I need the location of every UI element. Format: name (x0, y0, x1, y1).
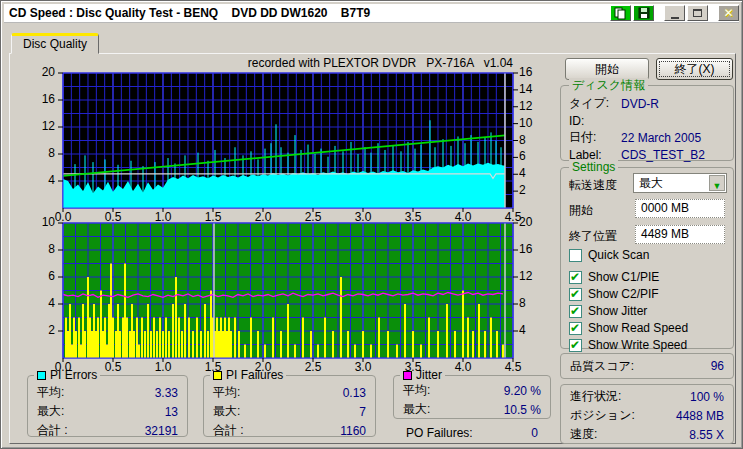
end-position-field[interactable]: 4489 MB (635, 225, 725, 244)
checkbox-label: Show Jitter (588, 304, 647, 318)
chevron-down-icon: ▼ (713, 181, 722, 191)
stat-label: 最大: (213, 403, 240, 420)
axis-tick-label: 3.5 (398, 211, 428, 224)
maximize-button[interactable] (687, 5, 708, 21)
checkbox-unchecked-icon[interactable] (569, 249, 582, 262)
stat-row: 平均:9.20 % (394, 381, 550, 400)
axis-tick-label: 2.0 (248, 361, 278, 374)
disc-info-value: DVD-R (621, 97, 659, 111)
disc-info-value: 22 March 2005 (621, 131, 701, 145)
close-button[interactable]: ✕ (718, 5, 739, 21)
axis-tick-label: 8 (31, 147, 55, 160)
pi-failures-chart (57, 217, 519, 364)
axis-tick-label: 20 (31, 66, 55, 79)
disc-info-row: タイプ:DVD-R (561, 95, 733, 112)
stat-row: 合計 :32191 (28, 421, 187, 440)
jitter-stats-box: Jitter 平均:9.20 %最大:10.5 % (393, 375, 551, 419)
start-button[interactable]: 開始 (565, 58, 649, 80)
copy-icon (614, 7, 627, 20)
checkbox-row-show-read-speed[interactable]: Show Read Speed (569, 321, 688, 335)
stat-value: 3.33 (155, 386, 178, 400)
axis-tick-label: 1.0 (148, 211, 178, 224)
axis-tick-label: 20 (519, 216, 543, 229)
disc-info-row: ID: (561, 112, 733, 129)
axis-tick-label: 4 (519, 167, 543, 180)
checkbox-checked-icon[interactable] (569, 339, 582, 352)
close-icon: ✕ (723, 6, 733, 20)
checkbox-checked-icon[interactable] (569, 271, 582, 284)
stat-label: ポジション: (570, 407, 635, 424)
stat-value: 0.13 (343, 386, 366, 400)
stat-row: 速度:8.55 X (561, 425, 733, 444)
transfer-speed-select[interactable]: 最大 ▼ (633, 173, 727, 193)
disc-info-label: ID: (569, 114, 621, 128)
end-position-label: 終了位置 (569, 228, 617, 245)
progress-group: 進行状況:100 %ポジション:4488 MB速度:8.55 X (560, 384, 734, 444)
app-window: CD Speed : Disc Quality Test - BENQ DVD … (0, 0, 743, 449)
axis-tick-label: 1.5 (198, 361, 228, 374)
stat-value: 8.55 X (689, 428, 724, 442)
checkbox-row-show-c1-pie[interactable]: Show C1/PIE (569, 270, 659, 284)
titlebar: CD Speed : Disc Quality Test - BENQ DVD … (4, 4, 739, 23)
axis-tick-label: 8 (519, 134, 543, 147)
transfer-speed-value: 最大 (639, 176, 663, 190)
po-failures-row: PO Failures: 0 (397, 423, 547, 442)
start-position-field[interactable]: 0000 MB (635, 199, 725, 218)
stat-label: 合計 : (213, 422, 244, 439)
stat-row: 最大:13 (28, 402, 187, 421)
tab-disc-quality[interactable]: Disc Quality (11, 33, 99, 54)
quality-score-value: 96 (711, 359, 724, 373)
po-failures-label: PO Failures: (406, 426, 473, 440)
stat-value: 4488 MB (676, 409, 724, 423)
axis-tick-label: 4.0 (448, 361, 478, 374)
checkbox-row-show-c2-pif[interactable]: Show C2/PIF (569, 287, 659, 301)
axis-tick-label: 4.5 (498, 361, 528, 374)
disc-info-group: ディスク情報 タイプ:DVD-RID:日付:22 March 2005Label… (560, 85, 734, 161)
axis-tick-label: 4 (519, 324, 543, 337)
stat-label: 平均: (37, 384, 64, 401)
stat-value: 13 (165, 405, 178, 419)
minimize-button[interactable] (664, 5, 685, 21)
axis-tick-label: 12 (519, 270, 543, 283)
axis-tick-label: 16 (519, 66, 543, 79)
dropdown-button[interactable]: ▼ (709, 175, 725, 191)
exit-button[interactable]: 終了(X) (656, 58, 733, 80)
axis-tick-label: 14 (519, 83, 543, 96)
transfer-speed-label: 転送速度 (569, 177, 617, 194)
quality-score-group: 品質スコア: 96 (560, 353, 734, 379)
checkbox-checked-icon[interactable] (569, 322, 582, 335)
axis-tick-label: 6 (519, 150, 543, 163)
axis-tick-label: 10 (519, 117, 543, 130)
checkbox-checked-icon[interactable] (569, 305, 582, 318)
checkbox-checked-icon[interactable] (569, 288, 582, 301)
window-title: CD Speed : Disc Quality Test - BENQ DVD … (4, 6, 608, 20)
stat-value: 10.5 % (504, 403, 541, 417)
stat-row: 合計 :1160 (204, 421, 375, 440)
checkbox-row-quick-scan[interactable]: Quick Scan (569, 248, 649, 262)
axis-tick-label: 3.5 (398, 361, 428, 374)
disc-info-label: タイプ: (569, 95, 621, 112)
axis-tick-label: 0.0 (48, 361, 78, 374)
copy-to-clipboard-button[interactable] (610, 5, 631, 21)
stat-row: 平均:0.13 (204, 383, 375, 402)
checkbox-row-show-jitter[interactable]: Show Jitter (569, 304, 647, 318)
checkbox-row-show-write-speed[interactable]: Show Write Speed (569, 338, 687, 352)
axis-tick-label: 6 (31, 270, 55, 283)
axis-tick-label: 12 (31, 120, 55, 133)
checkbox-label: Show C2/PIF (588, 287, 659, 301)
axis-tick-label: 4 (31, 297, 55, 310)
pi-errors-chart (57, 67, 519, 214)
axis-tick-label: 2.5 (298, 361, 328, 374)
save-icon (638, 7, 650, 19)
pi-failures-stats-box: PI Failures 平均:0.13最大:7合計 :1160 (203, 375, 376, 437)
save-button[interactable] (633, 5, 654, 21)
stat-label: 進行状況: (570, 388, 621, 405)
axis-tick-label: 3.0 (348, 361, 378, 374)
axis-tick-label: 4.0 (448, 211, 478, 224)
stat-value: 9.20 % (504, 384, 541, 398)
pi-errors-swatch-icon (37, 371, 46, 380)
axis-tick-label: 1.0 (148, 361, 178, 374)
axis-tick-label: 3.0 (348, 211, 378, 224)
stat-value: 32191 (145, 424, 178, 438)
quality-score-row: 品質スコア: 96 (561, 354, 733, 378)
